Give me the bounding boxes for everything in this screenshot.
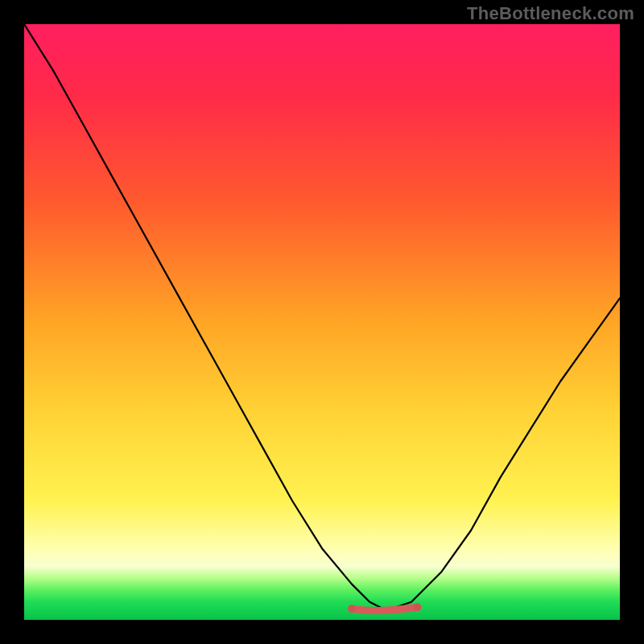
- svg-point-1: [413, 603, 421, 611]
- trough-highlight: [352, 607, 417, 610]
- watermark-text: TheBottleneck.com: [467, 3, 634, 24]
- curve-left-branch: [24, 24, 394, 608]
- chart-frame: TheBottleneck.com: [0, 0, 644, 644]
- curve-layer: [24, 24, 620, 620]
- plot-area: [24, 24, 620, 620]
- svg-point-0: [348, 605, 356, 613]
- curve-right-branch: [382, 298, 620, 608]
